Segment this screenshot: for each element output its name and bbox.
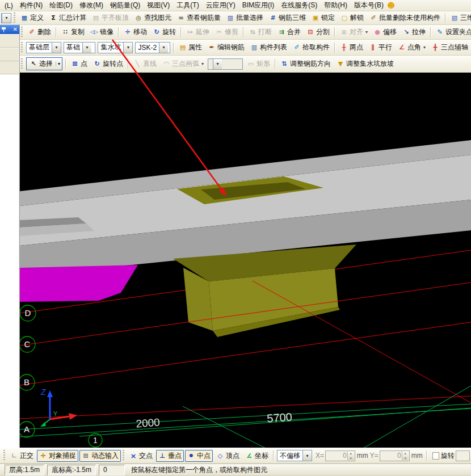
category-selector[interactable]: 基础▾ (64, 42, 95, 53)
rotate-point-tool-button[interactable]: ↻旋转点 (91, 58, 125, 70)
x-coordinate-input[interactable]: 0▲▼ (325, 450, 355, 461)
midpoint-snap-toggle[interactable]: ●中点 (185, 450, 213, 462)
ortho-toggle[interactable]: ∟正交 (8, 450, 36, 462)
three-point-axis-button[interactable]: ╋三点辅轴 (429, 41, 470, 53)
rotate-checkbox[interactable] (432, 452, 439, 460)
rotate-icon: ↻ (153, 28, 161, 36)
object-snap-toggle[interactable]: ✛对象捕捉 (37, 450, 78, 462)
empty-combo: ▾ (208, 58, 243, 70)
chevron-down-icon: ▾ (159, 43, 168, 53)
parallel-axis-button[interactable]: ∥平行 (367, 41, 394, 53)
toolbar-separator (56, 27, 57, 37)
menu-item-modify[interactable]: 修改(M) (76, 0, 107, 11)
adjust-pit-slope-button[interactable]: ▼调整集水坑放坡 (334, 58, 396, 70)
menu-item-help[interactable]: 帮助(H) (321, 0, 351, 11)
arc-tool-button: ◠三点画弧▾ (160, 58, 206, 70)
menu-item-online[interactable]: 在线服务(S) (277, 0, 321, 11)
menu-item-bim[interactable]: BIM应用(I) (239, 0, 278, 11)
close-icon[interactable]: ✕ (13, 27, 18, 32)
osnap-icon: ✛ (39, 452, 47, 460)
toolbar-separator (430, 27, 431, 37)
chevron-down-icon[interactable]: ▾ (56, 61, 62, 66)
extend-button: ↦延伸 (184, 26, 212, 38)
select-tool-button[interactable]: ↖选择 ▾ (26, 57, 62, 70)
toolbar-separator (243, 27, 244, 37)
toolbar-grip[interactable] (21, 42, 23, 53)
rotate-angle-input[interactable] (456, 450, 470, 461)
cube-3d-icon: ▧ (451, 14, 459, 22)
rotate-button[interactable]: ↻旋转 (150, 26, 178, 38)
define-button[interactable]: ▦定义 (18, 12, 46, 24)
summary-calc-button[interactable]: Σ汇总计算 (47, 12, 89, 24)
viewport-3d[interactable]: D C B A 1 2000 5700 Z Y (20, 73, 471, 448)
spinner-arrows-icon[interactable]: ▲▼ (347, 452, 354, 460)
panel-header: ✕ (0, 25, 19, 34)
menu-item-tools[interactable]: 工具(T) (173, 0, 202, 11)
merge-button[interactable]: ⇉合并 (275, 26, 303, 38)
grip-settings-button[interactable]: ✎设置夹点 (434, 26, 471, 38)
axis-bubble-label: B (24, 377, 30, 387)
x-unit-label: mm (357, 452, 368, 460)
copy-button[interactable]: ∷复制 (59, 26, 87, 38)
edit-rebar-button[interactable]: ✒编辑钢筋 (205, 41, 247, 53)
arc-icon: ◠ (162, 60, 170, 68)
move-button[interactable]: ✛移动 (121, 26, 149, 38)
element-selector[interactable]: JSK-2▾ (135, 42, 170, 53)
intersection-snap-toggle[interactable]: ×交点 (127, 450, 155, 462)
vertex-icon: ◇ (216, 452, 224, 460)
dynamic-input-toggle[interactable]: ⊞动态输入 (79, 450, 121, 462)
gizmo-y-label: Y (53, 410, 58, 417)
type-selector[interactable]: 集水坑▾ (98, 42, 133, 53)
view-3d-button[interactable]: ▧三维 (448, 12, 471, 24)
split-button[interactable]: ⊟分割 (304, 26, 332, 38)
component-list-button[interactable]: ▥构件列表 (248, 41, 289, 53)
menu-item-view[interactable]: 视图(V) (144, 0, 173, 11)
toolbar-grip[interactable] (3, 450, 5, 461)
coordinate-snap-toggle[interactable]: ∡坐标 (243, 450, 271, 462)
unlock-button[interactable]: ▢解锁 (338, 12, 366, 24)
rebar-3d-button[interactable]: #钢筋三维 (267, 12, 308, 24)
delete-button[interactable]: ✐删除 (26, 26, 53, 38)
offset-mode-selector[interactable]: 不偏移▾ (277, 450, 312, 461)
menu-item-cloud[interactable]: 云应用(Y) (203, 0, 239, 11)
gizmo-z-label: Z (40, 387, 46, 397)
stretch-button[interactable]: ↘拉伸 (400, 26, 428, 38)
menu-item-component[interactable]: 构件(N) (16, 0, 47, 11)
component-list-icon: ▥ (250, 44, 258, 52)
menu-item-draw[interactable]: 绘图(D) (46, 0, 76, 11)
rect-tool-button: ▭矩形 (245, 58, 272, 70)
batch-delete-unused-button[interactable]: ✐批量删除未使用构件 (367, 12, 443, 24)
floor-selector[interactable]: 基础层▾ (26, 42, 61, 53)
spinner-arrows-icon[interactable]: ▲▼ (402, 452, 409, 460)
copy-icon: ∷ (61, 28, 69, 36)
midpoint-icon: ● (187, 452, 195, 460)
find-element-button[interactable]: ◎查找图元 (132, 12, 174, 24)
define-icon: ▦ (20, 14, 28, 22)
vertex-snap-toggle[interactable]: ◇顶点 (214, 450, 242, 462)
pin-icon[interactable] (2, 27, 6, 32)
toolbar-separator (65, 59, 66, 69)
edit-toolbar: ✐删除 ∷复制 ◁▷镜像 ✛移动 ↻旋转 ↦延伸 ✂修剪 ⇆打断 ⇉合并 ⊟分割… (20, 25, 471, 40)
menu-item-l[interactable]: (L) (1, 1, 16, 11)
menu-item-version[interactable]: 版本号(B) (351, 0, 387, 11)
point-tool-button[interactable]: ⊠点 (69, 58, 90, 70)
toolbar-grip[interactable] (14, 12, 15, 24)
view-rebar-button[interactable]: ∞查看钢筋量 (175, 12, 223, 24)
batch-select-button[interactable]: ▥批量选择 (224, 12, 266, 24)
adjust-rebar-direction-button[interactable]: ⇅调整钢筋方向 (278, 58, 333, 70)
toolbar-grip[interactable] (123, 450, 124, 461)
y-coordinate-input[interactable]: 0▲▼ (380, 450, 410, 461)
point-angle-axis-button[interactable]: ∠点角▾ (396, 41, 428, 53)
menu-item-rebar[interactable]: 钢筋量(Q) (107, 0, 144, 11)
toolbar-grip[interactable] (21, 58, 23, 70)
mirror-button[interactable]: ◁▷镜像 (88, 26, 116, 38)
perpendicular-snap-toggle[interactable]: ⊥垂点 (156, 450, 184, 462)
ortho-icon: ∟ (10, 452, 18, 460)
lock-button[interactable]: ▣锁定 (309, 12, 337, 24)
pick-component-button[interactable]: ✐拾取构件 (291, 41, 332, 53)
properties-button[interactable]: ▤属性 (176, 41, 204, 53)
two-point-axis-button[interactable]: ╫两点 (338, 41, 365, 53)
offset-button[interactable]: ●偏移 (371, 26, 399, 38)
toolbar-grip[interactable] (21, 27, 23, 38)
adjust-rebar-dir-icon: ⇅ (280, 60, 288, 68)
